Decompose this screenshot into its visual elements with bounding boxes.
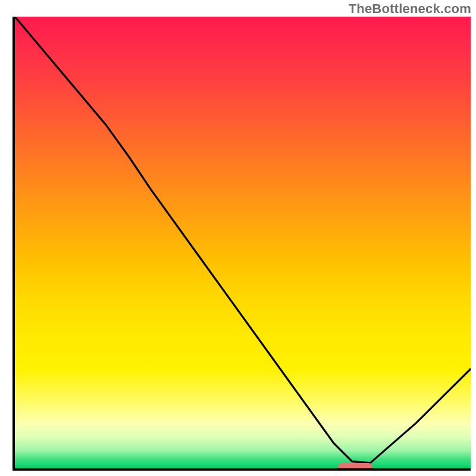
plot-area: [12, 17, 471, 471]
chart-container: TheBottleneck.com: [0, 0, 476, 476]
optimal-range-marker: [338, 463, 372, 471]
bottleneck-curve: [15, 17, 471, 468]
watermark-text: TheBottleneck.com: [349, 1, 471, 17]
curve-path: [15, 17, 471, 463]
